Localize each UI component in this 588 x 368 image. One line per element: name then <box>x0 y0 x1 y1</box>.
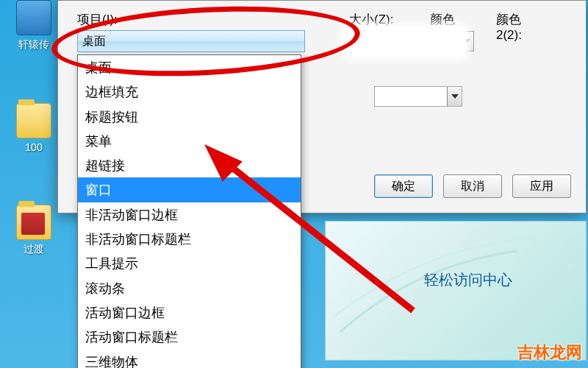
combobox-value: 桌面 <box>82 34 106 49</box>
desktop-icon-label: 过渡 <box>13 243 54 256</box>
desktop-icon-label: 轩辕传 <box>13 38 54 52</box>
list-item[interactable]: 三维物体 <box>78 350 301 368</box>
cancel-button[interactable]: 取消 <box>443 174 502 198</box>
item-dropdown-list[interactable]: 桌面 边框填充 标题按钮 菜单 超链接 窗口 非活动窗口边框 非活动窗口标题栏 … <box>77 54 301 368</box>
font-combobox[interactable] <box>374 86 462 107</box>
folder-icon <box>16 103 51 138</box>
desktop-icon-folder-2[interactable]: 过渡 <box>13 205 54 256</box>
list-item[interactable]: 活动窗口边框 <box>78 300 301 325</box>
list-item[interactable]: 桌面 <box>78 55 301 79</box>
item-combobox[interactable]: 桌面 <box>77 30 305 52</box>
app-icon <box>16 0 51 35</box>
dropdown-icon[interactable] <box>447 87 462 106</box>
watermark: 吉林龙网 <box>517 342 582 364</box>
list-item[interactable]: 工具提示 <box>78 251 301 275</box>
apply-button[interactable]: 应用 <box>512 174 571 198</box>
desktop-icon-folder-1[interactable]: 100 <box>13 103 54 153</box>
desktop-icon-app[interactable]: 轩辕传 <box>13 0 54 52</box>
list-item[interactable]: 非活动窗口边框 <box>78 202 301 227</box>
panel-decoration <box>326 222 587 361</box>
ease-of-access-panel: 轻松访问中心 <box>325 221 587 361</box>
list-item[interactable]: 非活动窗口标题栏 <box>78 227 301 251</box>
desktop-icon-label: 100 <box>13 141 54 153</box>
list-item[interactable]: 菜单 <box>78 129 301 153</box>
list-item[interactable]: 活动窗口标题栏 <box>78 325 301 349</box>
button-label: 应用 <box>530 179 553 194</box>
folder-icon <box>16 205 51 240</box>
blur-artifact <box>339 23 471 61</box>
ease-of-access-link[interactable]: 轻松访问中心 <box>424 270 512 290</box>
list-item[interactable]: 超链接 <box>78 153 301 177</box>
ok-button[interactable]: 确定 <box>374 174 433 198</box>
button-label: 确定 <box>392 179 415 194</box>
list-item[interactable]: 滚动条 <box>78 276 301 300</box>
list-item-selected[interactable]: 窗口 <box>78 177 301 202</box>
list-item[interactable]: 标题按钮 <box>78 105 301 129</box>
list-item[interactable]: 边框填充 <box>78 79 301 104</box>
button-label: 取消 <box>461 179 484 194</box>
